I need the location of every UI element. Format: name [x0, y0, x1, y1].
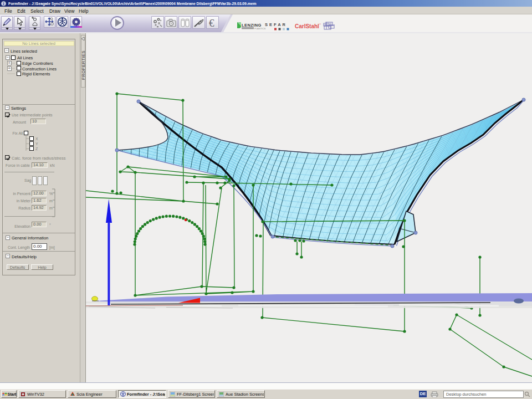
svg-text:CarlStahl: CarlStahl	[295, 23, 319, 29]
svg-text:SEFAR: SEFAR	[265, 22, 287, 27]
svg-text:®: ®	[319, 23, 321, 25]
svg-text:PLASTICS: PLASTICS	[254, 27, 265, 30]
svg-text:€: €	[209, 17, 214, 29]
